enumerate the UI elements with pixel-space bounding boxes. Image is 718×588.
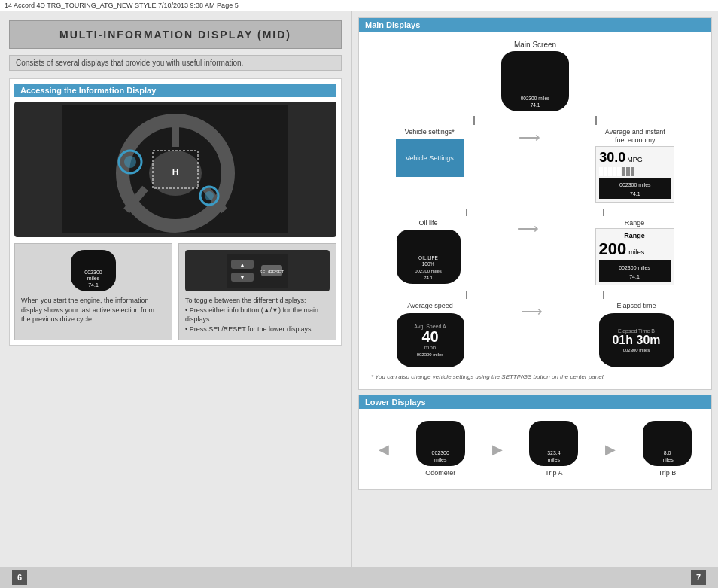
right-panel: Main Displays Main Screen 002300 miles 7… — [352, 11, 718, 567]
range-display: Range 200 miles 002300 miles 74.1 — [595, 228, 674, 285]
left-panel: MULTI-INFORMATION DISPLAY (MID) Consists… — [0, 11, 352, 567]
bracket-row — [368, 116, 702, 125]
arrows-row-2 — [368, 209, 702, 216]
main-screen-label: Main Screen — [514, 41, 556, 49]
arrow-connector-3: ⟶ — [517, 219, 539, 237]
info-text-1: When you start the engine, the informati… — [21, 296, 166, 324]
elapsed-sublabel: Elapsed Time B — [618, 328, 655, 334]
lower-displays-section: Lower Displays ◀ 002300 miles Odometer ▶ — [358, 395, 712, 490]
oil-life-display: OIL LIFE 100% 002300 miles 74.1 — [397, 230, 461, 284]
range-odo-display: 002300 miles 74.1 — [599, 260, 671, 282]
steering-wheel-svg: H — [62, 105, 288, 233]
bar-2 — [604, 167, 607, 176]
arrows-row-3 — [368, 291, 702, 299]
main-screen-item: Main Screen 002300 miles 74.1 — [501, 41, 569, 113]
lower-arrow-1: ▶ — [492, 441, 503, 458]
row-main-screen: Main Screen 002300 miles 74.1 — [368, 41, 702, 113]
bar-7 — [626, 167, 630, 176]
avg-speed-display: Avg. Speed A 40 mph 002300 miles — [397, 313, 464, 367]
arrow-down-right-3 — [603, 291, 604, 299]
main-gauge-circle: 002300 miles 74.1 — [71, 250, 116, 291]
page-num-left: 6 — [12, 570, 27, 585]
elapsed-display: Elapsed Time B 01h 30m 002300 miles — [599, 313, 674, 367]
accessing-section: Accessing the Information Display H — [9, 78, 342, 346]
lower-arrow-2: ▶ — [605, 441, 616, 458]
buttons-svg: ▲ ▼ SEL/RESET — [227, 254, 288, 288]
page-numbers: 6 7 — [0, 567, 718, 588]
info-text-bullet1: • Press either info button (▲/▼) for the… — [185, 306, 330, 324]
avg-fuel-item: Average and instant fuel economy 30.0 MP… — [595, 128, 674, 203]
lower-left-arrow: ◀ — [379, 441, 389, 458]
avg-fuel-display: 30.0 MPG — [595, 146, 674, 203]
arrow-connector-2: ⟶ — [519, 128, 540, 146]
trip-a-label: Trip A — [545, 469, 562, 477]
subtitle-text: Consists of several displays that provid… — [16, 59, 243, 67]
bracket-left — [473, 116, 475, 125]
avg-fuel-values: 30.0 MPG — [599, 150, 671, 166]
svg-text:▲: ▲ — [240, 262, 245, 267]
page-title: MULTI-INFORMATION DISPLAY (MID) — [22, 29, 329, 41]
avg-speed-item: Average speed Avg. Speed A 40 mph 002300… — [397, 302, 464, 367]
avg-fuel-odo: 002300 miles — [619, 182, 651, 187]
svg-text:H: H — [172, 167, 179, 178]
gauge-odo: 002300 miles 74.1 — [84, 270, 102, 288]
bracket-right — [595, 116, 597, 125]
avg-speed-odo: 002300 miles — [417, 352, 444, 357]
avg-speed-number: 40 — [421, 329, 438, 344]
odometer-gauge: 002300 miles — [416, 421, 465, 466]
arrow-down-left-3 — [466, 291, 467, 299]
vehicle-settings-label: Vehicle settings* — [405, 128, 455, 136]
odometer-item: 002300 miles Odometer — [416, 421, 465, 477]
range-unit: miles — [628, 248, 644, 256]
info-text-bullet2: • Press SEL/RESET for the lower displays… — [185, 324, 330, 334]
fuel-bars — [599, 167, 671, 176]
page-num-right: 7 — [691, 570, 706, 585]
subtitle-box: Consists of several displays that provid… — [9, 55, 342, 71]
trip-a-gauge: 323.4 miles — [529, 421, 578, 466]
lower-displays-header: Lower Displays — [359, 395, 711, 409]
svg-text:▼: ▼ — [240, 275, 245, 280]
arrow-right-4: ⟶ — [521, 302, 543, 320]
range-title: Range — [599, 232, 671, 239]
info-text-2-title: To toggle between the different displays… — [185, 296, 330, 306]
range-label: Range — [625, 219, 645, 227]
trip-a-val: 323.4 miles — [547, 450, 561, 463]
trip-b-label: Trip B — [659, 469, 677, 477]
row-4: Average speed Avg. Speed A 40 mph 002300… — [368, 302, 702, 367]
main-screen-odo: 002300 miles 74.1 — [521, 96, 550, 108]
oil-life-label: Oil life — [418, 219, 437, 227]
bar-1 — [599, 167, 603, 176]
vehicle-settings-item: Vehicle settings* Vehicle Settings — [396, 128, 464, 177]
file-info: 14 Accord 4D TRG_TOURING_ATG_NEW STYLE 7… — [5, 2, 239, 9]
vehicle-settings-btn[interactable]: Vehicle Settings — [396, 139, 464, 177]
range-odo: 002300 miles — [619, 265, 650, 270]
oil-life-text: OIL LIFE 100% 002300 miles 74.1 — [415, 255, 442, 281]
main-displays-section: Main Displays Main Screen 002300 miles 7… — [358, 17, 712, 390]
main-displays-grid: Main Screen 002300 miles 74.1 — [365, 38, 705, 383]
arrow-right-3: ⟶ — [517, 219, 539, 237]
arrow-connector-4: ⟶ — [521, 302, 543, 320]
trip-b-gauge: 8.0 miles — [643, 421, 692, 466]
bar-3 — [608, 167, 612, 176]
odometer-odo: 002300 miles — [432, 450, 449, 463]
arrow-right-2: ⟶ — [519, 128, 540, 146]
avg-fuel-number: 30.0 — [599, 150, 625, 166]
range-number: 200 — [599, 239, 627, 259]
bar-8 — [631, 167, 634, 176]
range-item: Range Range 200 miles 002300 miles 74.1 — [595, 219, 674, 286]
trip-a-item: 323.4 miles Trip A — [529, 421, 578, 477]
info-box-1: 002300 miles 74.1 When you start the eng… — [14, 243, 172, 340]
elapsed-label: Elapsed time — [616, 302, 656, 310]
main-content: MULTI-INFORMATION DISPLAY (MID) Consists… — [0, 11, 718, 567]
bar-6 — [622, 167, 625, 176]
row-2: Vehicle settings* Vehicle Settings ⟶ Ave… — [368, 128, 702, 203]
arrow-down-right — [603, 209, 604, 216]
elapsed-time-item: Elapsed time Elapsed Time B 01h 30m 0023… — [599, 302, 674, 367]
buttons-image: ▲ ▼ SEL/RESET — [185, 250, 330, 291]
main-displays-header: Main Displays — [359, 18, 711, 32]
bar-4 — [613, 167, 616, 176]
info-box-2: ▲ ▼ SEL/RESET To toggle between the diff… — [178, 243, 336, 340]
info-boxes: 002300 miles 74.1 When you start the eng… — [14, 243, 336, 340]
svg-text:SEL/RESET: SEL/RESET — [259, 270, 284, 274]
odometer-label: Odometer — [425, 469, 455, 477]
